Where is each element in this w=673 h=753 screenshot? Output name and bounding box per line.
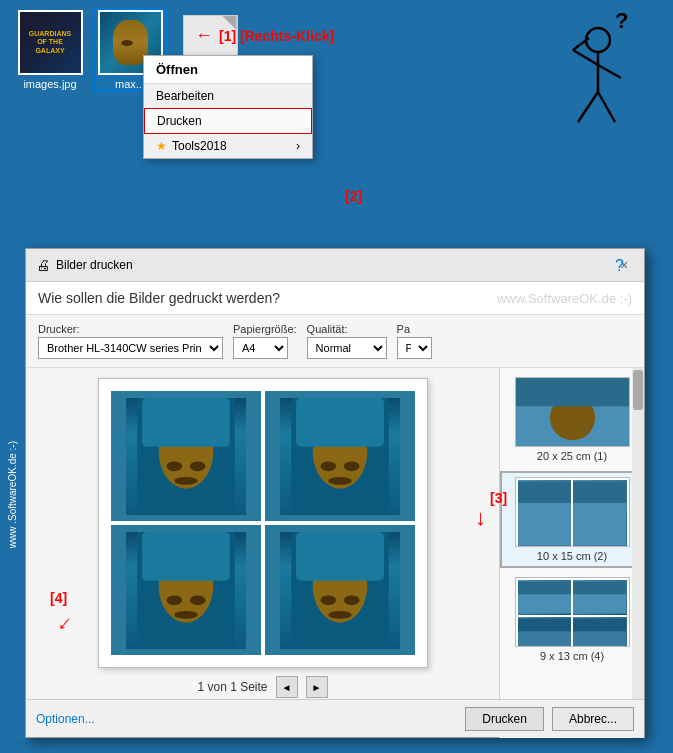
context-menu-bearbeiten[interactable]: Bearbeiten: [144, 84, 312, 108]
star-icon: ★: [156, 139, 167, 153]
annotation-3-label: [3]: [490, 490, 507, 506]
size-label-20x25: 20 x 25 cm (1): [537, 450, 607, 462]
pa-control-group: Pa P: [397, 323, 432, 359]
dialog-footer: Optionen... Drucken Abbrec...: [26, 699, 644, 737]
svg-rect-25: [142, 532, 230, 581]
preview-cell-3: [111, 525, 261, 655]
page-navigation: 1 von 1 Seite ◄ ►: [197, 676, 327, 698]
annotation-2: [2]: [345, 188, 362, 204]
stick-figure: ?: [553, 10, 643, 130]
print-size-10x15[interactable]: 10 x 15 cm (2): [500, 471, 644, 568]
preview-cell-1: [111, 391, 261, 521]
next-page-button[interactable]: ►: [306, 676, 328, 698]
printer-small-icon: 🖨: [36, 257, 50, 273]
bearbeiten-label: Bearbeiten: [156, 89, 214, 103]
svg-line-6: [578, 92, 598, 122]
pa-select[interactable]: P: [397, 337, 432, 359]
submenu-arrow-icon: ›: [296, 139, 300, 153]
scrollbar-thumb: [633, 370, 643, 410]
footer-buttons: Drucken Abbrec...: [465, 707, 634, 731]
watermark-text: www.SoftwareOK.de :-): [497, 291, 632, 306]
stick-figure-svg: ?: [553, 10, 643, 130]
dialog-body: 1 von 1 Seite ◄ ► Kopien pro Bild: ▲ ▼ B…: [26, 368, 644, 738]
print-sizes-panel: 20 x 25 cm (1): [499, 368, 644, 738]
arrow-icon-1: ←: [195, 25, 213, 46]
svg-rect-46: [573, 619, 627, 632]
preview-cell-2: [265, 391, 415, 521]
pa-label: Pa: [397, 323, 432, 335]
file-explorer-area: GUARDIANSOF THEGALAXY images.jpg max... …: [0, 0, 673, 135]
printer-label: Drucker:: [38, 323, 223, 335]
tools2018-label: Tools2018: [172, 139, 227, 153]
annotation-1: ← [1] [Rechts-Klick]: [195, 25, 334, 46]
svg-rect-34: [516, 378, 629, 406]
size-preview-10x15: [515, 477, 630, 547]
svg-point-10: [166, 461, 182, 471]
svg-point-29: [343, 595, 359, 605]
paper-size-control-group: Papiergröße: A4: [233, 323, 297, 359]
svg-text:?: ?: [615, 10, 628, 33]
dialog-subtitle-text: Wie sollen die Bilder gedruckt werden?: [38, 290, 280, 306]
print-button[interactable]: Drucken: [465, 707, 544, 731]
svg-point-23: [189, 595, 205, 605]
thumb-label-guardians: images.jpg: [23, 78, 76, 90]
cancel-button[interactable]: Abbrec...: [552, 707, 634, 731]
quality-control-group: Qualität: Normal: [307, 323, 387, 359]
svg-rect-42: [573, 581, 627, 594]
paper-size-label: Papiergröße:: [233, 323, 297, 335]
help-icon[interactable]: ?: [615, 257, 624, 275]
options-link[interactable]: Optionen...: [36, 712, 95, 726]
size-preview-9x13: [515, 577, 630, 647]
svg-rect-44: [518, 619, 572, 632]
svg-line-5: [598, 65, 621, 78]
prev-page-button[interactable]: ◄: [276, 676, 298, 698]
print-size-20x25[interactable]: 20 x 25 cm (1): [500, 373, 644, 466]
page-indicator: 1 von 1 Seite: [197, 680, 267, 694]
dialog-title: Bilder drucken: [56, 258, 133, 272]
sidebar-vertical-text: www .SoftwareOK.de :-): [7, 441, 18, 548]
paper-size-select[interactable]: A4: [233, 337, 288, 359]
thumb-img-guardians: GUARDIANSOF THEGALAXY: [18, 10, 83, 75]
annotation-4-label: [4]: [50, 590, 67, 606]
file-thumb-guardians[interactable]: GUARDIANSOF THEGALAXY images.jpg: [15, 10, 85, 90]
preview-area: 1 von 1 Seite ◄ ► Kopien pro Bild: ▲ ▼ B…: [26, 368, 499, 738]
left-sidebar: www .SoftwareOK.de :-): [0, 250, 25, 740]
panel-scrollbar[interactable]: [632, 368, 644, 738]
dialog-controls-row: Drucker: Brother HL-3140CW series Printe…: [26, 315, 644, 368]
svg-point-22: [166, 595, 182, 605]
quality-select[interactable]: Normal: [307, 337, 387, 359]
svg-rect-36: [518, 481, 572, 502]
context-menu: Öffnen Bearbeiten Drucken ★ Tools2018 ›: [143, 55, 313, 159]
thumb-label-groot: max...: [115, 78, 145, 90]
context-menu-tools2018[interactable]: ★ Tools2018 ›: [144, 134, 312, 158]
drucken-label: Drucken: [157, 114, 202, 128]
svg-point-30: [328, 610, 351, 618]
dialog-titlebar: 🖨 Bilder drucken ×: [26, 249, 644, 282]
svg-point-28: [320, 595, 336, 605]
printer-select[interactable]: Brother HL-3140CW series Printer: [38, 337, 223, 359]
svg-point-18: [328, 476, 351, 484]
size-label-10x15: 10 x 15 cm (2): [537, 550, 607, 562]
dialog-subtitle-bar: Wie sollen die Bilder gedruckt werden? w…: [26, 282, 644, 315]
svg-point-1: [586, 28, 610, 52]
annotation-1-label: [1] [Rechts-Klick]: [219, 28, 334, 44]
svg-rect-13: [142, 398, 230, 447]
print-size-9x13[interactable]: 9 x 13 cm (4): [500, 573, 644, 666]
svg-rect-19: [296, 398, 384, 447]
svg-point-17: [343, 461, 359, 471]
context-menu-header[interactable]: Öffnen: [144, 56, 312, 84]
svg-point-12: [174, 476, 197, 484]
annotation-2-label: [2]: [345, 188, 362, 204]
annotation-3: [3] ↓: [490, 490, 507, 506]
annotation-4: [4] ↓: [50, 590, 67, 606]
svg-line-7: [598, 92, 615, 122]
size-preview-20x25: [515, 377, 630, 447]
svg-rect-38: [573, 481, 627, 502]
print-dialog: 🖨 Bilder drucken × Wie sollen die Bilder…: [25, 248, 645, 738]
printer-control-group: Drucker: Brother HL-3140CW series Printe…: [38, 323, 223, 359]
size-label-9x13: 9 x 13 cm (4): [540, 650, 604, 662]
preview-cell-4: [265, 525, 415, 655]
svg-point-24: [174, 610, 197, 618]
svg-rect-31: [296, 532, 384, 581]
context-menu-drucken[interactable]: Drucken: [144, 108, 312, 134]
